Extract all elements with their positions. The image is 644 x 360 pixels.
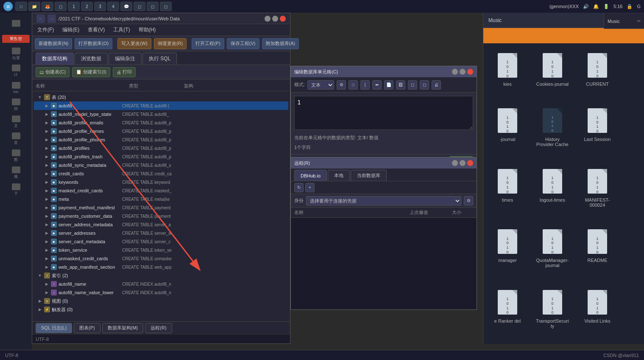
table-row-profile-names[interactable]: ▶ ■ autofill_profile_names CREATE TABLE …: [34, 127, 288, 135]
file-item-manifest[interactable]: 1010 MANIFEST-000024: [578, 164, 616, 218]
remote-refresh-btn[interactable]: ↻: [294, 183, 304, 192]
minimize-btn[interactable]: [265, 16, 270, 22]
tab-execute-sql[interactable]: 执行 SQL: [142, 53, 177, 65]
file-item-manager[interactable]: 1010 manager: [488, 225, 527, 278]
app3-btn[interactable]: ◻: [160, 2, 172, 11]
table-row-payment-manifest[interactable]: ▶ ■ payment_method_manifest CREATE TABLE…: [34, 203, 288, 212]
table-row-masked-credit[interactable]: ▶ ■ masked_credit_cards CREATE TABLE mas…: [34, 186, 288, 195]
menu-file[interactable]: 文件(F): [36, 25, 56, 34]
edit-icon-btn5[interactable]: 📄: [384, 80, 393, 90]
file-item-quota-manager[interactable]: 1010 QuotaManager-journal: [533, 225, 572, 278]
index-row-autofill-name[interactable]: ▶ ↑ autofill_name CREATE INDEX autofill_…: [34, 280, 288, 288]
table-row-autofill[interactable]: ▶ ■ autofill CREATE TABLE autofill (: [34, 101, 288, 110]
menu-tools[interactable]: 工具(T): [112, 25, 131, 34]
tab-db-structure[interactable]: 数据库结构: [36, 53, 74, 65]
table-row-meta[interactable]: ▶ ■ meta CREATE TABLE meta(ke: [34, 195, 288, 203]
file-item-transport-security[interactable]: 1010 TransportSecurity: [533, 285, 572, 339]
table-row-server-addr-meta[interactable]: ▶ ■ server_address_metadata CREATE TABLE…: [34, 220, 288, 229]
remote-dialog-max[interactable]: [460, 160, 466, 166]
table-row-credit-cards[interactable]: ▶ ■ credit_cards CREATE TABLE credit_ca: [34, 169, 288, 178]
table-row-profiles-trash[interactable]: ▶ ■ autofill_profiles_trash CREATE TABLE…: [34, 152, 288, 161]
sidebar-icon-download[interactable]: 下: [6, 182, 27, 197]
file-item-visited-links[interactable]: 1010 Visited Links: [578, 285, 616, 339]
table-row-profile-phones[interactable]: ▶ ■ autofill_profile_phones CREATE TABLE…: [34, 135, 288, 144]
app1-btn[interactable]: ◻: [134, 2, 145, 11]
sidebar-icon-cloud[interactable]: [6, 16, 27, 31]
file-item-last-session[interactable]: 1010 Last Session: [578, 104, 616, 157]
cred-select[interactable]: 选择要用于连接的凭据: [306, 196, 461, 205]
table-row-token-service[interactable]: ▶ ■ token_service CREATE TABLE token_se: [34, 246, 288, 254]
open-db-btn[interactable]: 打开数据库(O): [75, 38, 112, 49]
remote-dialog-min[interactable]: [452, 160, 458, 166]
remote-tab-current-db[interactable]: 当前数据库: [351, 170, 387, 181]
file-item-cookies-journal[interactable]: 1010 Cookies-journal: [533, 48, 572, 97]
sidebar-icon-audio[interactable]: 音: [6, 131, 27, 146]
remote-add-btn[interactable]: +: [305, 183, 315, 192]
print-btn[interactable]: 🖨 打印: [113, 67, 136, 77]
edit-icon-btn8[interactable]: ◻: [420, 80, 429, 90]
remote-dialog-close[interactable]: [467, 160, 473, 166]
edit-icon-btn6[interactable]: 🖼: [396, 80, 405, 90]
bottom-tab-remote[interactable]: 远程(R): [145, 323, 172, 333]
edit-dialog-min[interactable]: [452, 69, 458, 75]
file-item-journal[interactable]: 1010 -journal: [488, 104, 527, 157]
start-icon[interactable]: ⊞: [3, 2, 13, 11]
path-forward-btn[interactable]: →: [47, 14, 56, 23]
folder-btn[interactable]: 📁: [28, 2, 40, 11]
sidebar-icon-video[interactable]: 视: [6, 165, 27, 180]
attach-db-btn[interactable]: 附加数据库(A): [262, 38, 299, 49]
index-row-autofill-name-value[interactable]: ▶ ↑ autofill_name_value_lower CREATE IND…: [34, 288, 288, 297]
menu-view[interactable]: 查看(V): [86, 25, 106, 34]
taskbar-lock[interactable]: 🔒: [627, 4, 633, 9]
bottom-tab-sql-log[interactable]: SQL 日志(L): [36, 323, 72, 333]
indexes-group[interactable]: ▼ I 索引 (2): [34, 271, 288, 280]
file-item-history-provider-cache[interactable]: 1010 History Provider Cache: [533, 104, 572, 157]
maximize-btn[interactable]: [272, 16, 278, 22]
edit-icon-btn7[interactable]: ◻: [408, 80, 417, 90]
edit-dialog-editor[interactable]: 1: [294, 96, 473, 130]
file-item-ranker[interactable]: 1010 e Ranker del: [488, 285, 527, 339]
create-table-btn[interactable]: 🗂 创建表(C): [36, 67, 70, 77]
table-row-keywords[interactable]: ▶ ■ keywords CREATE TABLE keyword: [34, 178, 288, 186]
write-btn[interactable]: 写入更改(W): [117, 38, 151, 49]
sidebar-icon-roc[interactable]: roc: [6, 80, 27, 96]
save-project-btn[interactable]: 保存工程(V): [227, 38, 259, 49]
file-item-kies[interactable]: 1010 kies: [488, 48, 527, 97]
num1-btn[interactable]: 1: [68, 2, 80, 11]
edit-icon-btn1[interactable]: ⚙: [337, 80, 346, 90]
sidebar-icon-location[interactable]: 位置: [6, 46, 27, 62]
create-index-btn[interactable]: 📋 创建索引(I): [72, 67, 110, 77]
edit-dialog-max[interactable]: [460, 69, 466, 75]
cred-settings-btn[interactable]: ⚙: [464, 196, 473, 205]
sidebar-icon-image[interactable]: 图: [6, 148, 27, 163]
table-row-profiles[interactable]: ▶ ■ autofill_profiles CREATE TABLE autof…: [34, 144, 288, 152]
edit-icon-btn4[interactable]: ⬅: [372, 80, 382, 90]
remote-tab-local[interactable]: 本地: [328, 170, 350, 181]
menu-help[interactable]: 帮助(H): [137, 25, 158, 34]
close-btn[interactable]: [280, 16, 286, 22]
file-item-current[interactable]: 1010 CURRENT: [578, 48, 616, 97]
edit-icon-btn3[interactable]: |: [360, 80, 370, 90]
app2-btn[interactable]: ◻: [147, 2, 159, 11]
table-row-profile-emails[interactable]: ▶ ■ autofill_profile_emails CREATE TABLE…: [34, 118, 288, 127]
table-row-autofill-model[interactable]: ▶ ■ autofill_model_type_state CREATE TAB…: [34, 110, 288, 118]
file-item-times[interactable]: 1010 times: [488, 164, 527, 218]
table-row-server-addresses[interactable]: ▶ ■ server_addresses CREATE TABLE server…: [34, 229, 288, 237]
square-btn[interactable]: ◻: [55, 2, 67, 11]
sidebar-icon-pc[interactable]: 计: [6, 63, 27, 79]
views-group[interactable]: ▶ V 视图 (0): [34, 297, 288, 305]
window-btn[interactable]: □: [15, 2, 27, 11]
bottom-tab-db-schema[interactable]: 数据库架构(M): [102, 323, 144, 333]
table-row-unmasked-credit[interactable]: ▶ ■ unmasked_credit_cards CREATE TABLE u…: [34, 254, 288, 263]
path-back-btn[interactable]: ←: [36, 14, 45, 23]
tab-edit-pragma[interactable]: 编辑杂注: [109, 53, 142, 65]
sidebar-icon-back[interactable]: 回: [6, 97, 27, 112]
table-row-sync-meta[interactable]: ▶ ■ autofill_sync_metadata CREATE TABLE …: [34, 161, 288, 169]
num4-btn[interactable]: 4: [107, 2, 119, 11]
table-row-web-app-manifest[interactable]: ▶ ■ web_app_manifest_section CREATE TABL…: [34, 263, 288, 271]
revert-btn[interactable]: 倒退更改(R): [154, 38, 187, 49]
new-db-btn[interactable]: 新建数据库(N): [35, 38, 72, 49]
sidebar-icon-text[interactable]: 文: [6, 114, 27, 129]
file-item-readme[interactable]: 1010 README: [578, 225, 616, 278]
file-item-logout-times[interactable]: 1010 logout-times: [533, 164, 572, 218]
